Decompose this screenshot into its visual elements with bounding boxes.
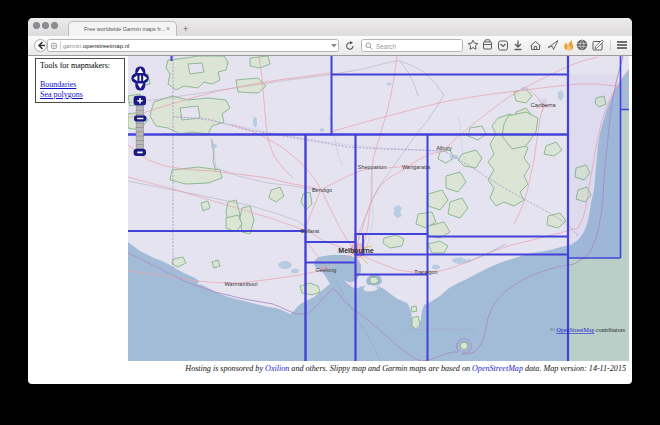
svg-text:Albury: Albury <box>436 145 452 151</box>
svg-text:Wangaratta: Wangaratta <box>402 164 431 170</box>
svg-text:Warrnambool: Warrnambool <box>225 281 258 287</box>
svg-text:Ballarat: Ballarat <box>301 228 320 234</box>
svg-text:Bendigo: Bendigo <box>312 187 332 193</box>
svg-text:Shepparton: Shepparton <box>358 164 386 170</box>
svg-text:Canberra: Canberra <box>530 102 556 108</box>
svg-text:Geelong: Geelong <box>316 267 337 273</box>
svg-text:Traralgon: Traralgon <box>414 269 437 275</box>
svg-text:Melbourne: Melbourne <box>338 247 373 254</box>
svg-text:© OpenStreetMap contributors: © OpenStreetMap contributors <box>550 327 625 333</box>
